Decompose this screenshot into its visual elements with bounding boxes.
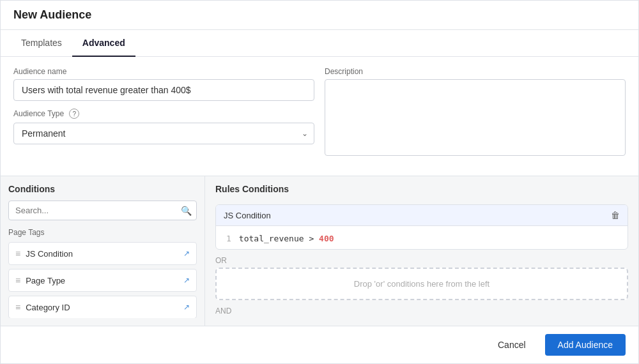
delete-rule-icon[interactable]: 🗑 xyxy=(611,210,620,220)
modal-body: Audience name Audience Type ? Permanent … xyxy=(1,57,638,326)
condition-label-page-type: Page Type xyxy=(26,276,65,285)
rules-panel: Rules Conditions JS Condition 🗑 1 total_… xyxy=(205,176,638,326)
code-prefix: total_revenue > 400 xyxy=(239,234,334,243)
rule-block-title-js: JS Condition xyxy=(224,211,271,220)
external-link-icon-category-id[interactable]: ↗ xyxy=(183,303,190,312)
search-input[interactable] xyxy=(8,201,197,220)
rule-block-js: JS Condition 🗑 1 total_revenue > 400 xyxy=(215,204,628,250)
page-tags-label: Page Tags xyxy=(8,227,197,238)
lower-section: Conditions 🔍 Page Tags ≡ JS Condition ↗ xyxy=(1,176,638,326)
rule-block-content-js: 1 total_revenue > 400 xyxy=(216,226,627,250)
search-icon: 🔍 xyxy=(181,206,192,216)
modal-title: New Audience xyxy=(13,8,626,22)
form-right: Description xyxy=(325,67,626,165)
help-icon[interactable]: ? xyxy=(69,109,79,119)
or-section: OR Drop 'or' conditions here from the le… xyxy=(215,256,628,300)
drag-handle-icon: ≡ xyxy=(15,248,20,259)
and-section: AND xyxy=(215,307,628,318)
conditions-panel: Conditions 🔍 Page Tags ≡ JS Condition ↗ xyxy=(1,176,205,326)
new-audience-modal: New Audience Templates Advanced Audience… xyxy=(0,0,639,364)
audience-type-select[interactable]: Permanent Session xyxy=(13,123,314,144)
external-link-icon-js[interactable]: ↗ xyxy=(183,249,190,258)
or-drop-text: Drop 'or' conditions here from the left xyxy=(354,279,489,289)
tab-templates[interactable]: Templates xyxy=(11,30,72,57)
code-value: 400 xyxy=(319,234,334,243)
condition-label-category-id: Category ID xyxy=(26,303,70,312)
description-group: Description xyxy=(325,67,626,158)
condition-item-page-type[interactable]: ≡ Page Type ↗ xyxy=(8,269,197,292)
description-input[interactable] xyxy=(325,79,626,156)
tab-advanced[interactable]: Advanced xyxy=(72,30,135,57)
rules-title: Rules Conditions xyxy=(215,184,628,194)
or-drop-zone: Drop 'or' conditions here from the left xyxy=(215,268,628,300)
modal-header: New Audience xyxy=(1,1,638,30)
audience-type-select-wrapper: Permanent Session ⌄ xyxy=(13,123,314,144)
rule-block-header-js: JS Condition 🗑 xyxy=(216,205,627,226)
audience-name-group: Audience name xyxy=(13,67,314,101)
add-audience-button[interactable]: Add Audience xyxy=(545,334,626,356)
audience-name-label: Audience name xyxy=(13,67,314,76)
cancel-button[interactable]: Cancel xyxy=(485,334,539,356)
audience-type-label: Audience Type xyxy=(13,109,64,118)
condition-item-js[interactable]: ≡ JS Condition ↗ xyxy=(8,242,197,265)
condition-item-category-id[interactable]: ≡ Category ID ↗ xyxy=(8,296,197,318)
drag-handle-icon-category-id: ≡ xyxy=(15,302,20,312)
tabs-bar: Templates Advanced xyxy=(1,30,638,57)
line-number: 1 xyxy=(226,234,231,243)
conditions-title: Conditions xyxy=(8,184,197,194)
and-label: AND xyxy=(215,307,628,315)
code-line-1: 1 total_revenue > 400 xyxy=(226,234,617,243)
audience-name-input[interactable] xyxy=(13,79,314,101)
form-left: Audience name Audience Type ? Permanent … xyxy=(13,67,314,165)
modal-footer: Cancel Add Audience xyxy=(1,326,638,363)
external-link-icon-page-type[interactable]: ↗ xyxy=(183,276,190,285)
condition-label-js: JS Condition xyxy=(26,249,73,259)
description-label: Description xyxy=(325,67,626,76)
conditions-list: Page Tags ≡ JS Condition ↗ ≡ Page Type xyxy=(8,227,197,318)
form-section: Audience name Audience Type ? Permanent … xyxy=(1,57,638,176)
audience-type-group: Audience Type ? Permanent Session ⌄ xyxy=(13,109,314,144)
drag-handle-icon-page-type: ≡ xyxy=(15,275,20,285)
or-label: OR xyxy=(215,256,628,265)
search-box: 🔍 xyxy=(8,201,197,220)
